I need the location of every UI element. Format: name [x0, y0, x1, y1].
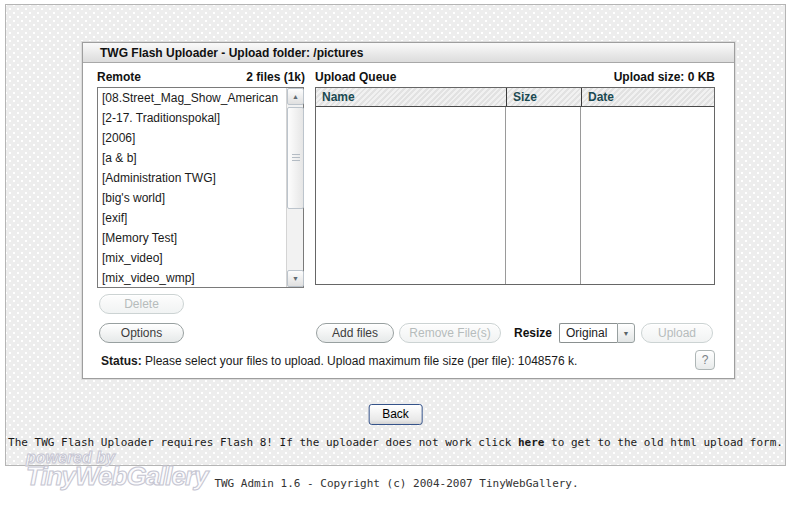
- scrollbar-thumb[interactable]: [287, 107, 304, 209]
- status-label: Status:: [101, 354, 142, 368]
- list-item[interactable]: [mix_video_wmp]: [98, 268, 286, 287]
- resize-label: Resize: [514, 326, 552, 340]
- remove-files-button[interactable]: Remove File(s): [399, 323, 501, 343]
- note-text-after: to get to the old html upload form.: [545, 436, 783, 449]
- back-button[interactable]: Back: [368, 404, 423, 425]
- list-scrollbar[interactable]: ▲ ▼: [286, 88, 303, 287]
- status-message: Please select your files to upload. Uplo…: [142, 354, 578, 368]
- copyright-text: TWG Admin 1.6 - Copyright (c) 2004-2007 …: [0, 477, 793, 490]
- list-item[interactable]: [2006]: [98, 128, 286, 148]
- list-item[interactable]: [a & b]: [98, 148, 286, 168]
- queue-header: Upload Queue Upload size: 0 KB: [315, 70, 715, 84]
- upload-size-label: Upload size: 0 KB: [614, 70, 715, 84]
- delete-button[interactable]: Delete: [99, 294, 184, 314]
- options-button[interactable]: Options: [99, 323, 184, 343]
- list-item[interactable]: [2-17. Traditionspokal]: [98, 108, 286, 128]
- table-header-row: Name Size Date: [316, 88, 714, 107]
- status-text: Status: Please select your files to uplo…: [101, 354, 577, 368]
- scrollbar-grip-icon: [292, 154, 300, 162]
- list-item[interactable]: [Memory Test]: [98, 228, 286, 248]
- flash-uploader-window: TWG Flash Uploader - Upload folder: /pic…: [82, 42, 735, 379]
- here-link[interactable]: here: [518, 436, 545, 449]
- flash-requirement-note: The TWG Flash Uploader requires Flash 8!…: [6, 436, 785, 449]
- resize-dropdown[interactable]: Original ▼: [559, 323, 635, 343]
- page: { "window": { "title": "TWG Flash Upload…: [0, 0, 793, 507]
- list-item[interactable]: [mix_video]: [98, 248, 286, 268]
- remote-folder-list: [08.Street_Mag_Show_American [2-17. Trad…: [97, 87, 304, 288]
- resize-selected-value[interactable]: Original: [559, 323, 617, 343]
- scroll-down-icon[interactable]: ▼: [287, 270, 304, 287]
- upload-queue-label: Upload Queue: [315, 70, 396, 84]
- remote-label: Remote: [97, 70, 141, 84]
- dotted-background-panel: TWG Flash Uploader - Upload folder: /pic…: [5, 4, 786, 466]
- list-item[interactable]: [exif]: [98, 208, 286, 228]
- remote-header: Remote 2 files (1k): [97, 70, 305, 84]
- column-header-size[interactable]: Size: [506, 88, 581, 106]
- help-button[interactable]: ?: [695, 350, 715, 370]
- remote-folder-items: [08.Street_Mag_Show_American [2-17. Trad…: [98, 88, 286, 287]
- list-item[interactable]: [Administration TWG]: [98, 168, 286, 188]
- column-header-name[interactable]: Name: [316, 88, 506, 106]
- note-text-before: The TWG Flash Uploader requires Flash 8!…: [8, 436, 518, 449]
- column-divider: [505, 107, 506, 284]
- scroll-up-icon[interactable]: ▲: [287, 88, 304, 105]
- list-item[interactable]: [08.Street_Mag_Show_American: [98, 88, 286, 108]
- remote-file-count: 2 files (1k): [246, 70, 305, 84]
- column-divider: [580, 107, 581, 284]
- window-title: TWG Flash Uploader - Upload folder: /pic…: [83, 43, 734, 63]
- add-files-button[interactable]: Add files: [316, 323, 394, 343]
- upload-queue-table: Name Size Date: [315, 87, 715, 285]
- chevron-down-icon[interactable]: ▼: [617, 323, 635, 343]
- table-body-empty: [316, 107, 714, 284]
- upload-button[interactable]: Upload: [641, 323, 713, 343]
- column-header-date[interactable]: Date: [581, 88, 714, 106]
- list-item[interactable]: [big's world]: [98, 188, 286, 208]
